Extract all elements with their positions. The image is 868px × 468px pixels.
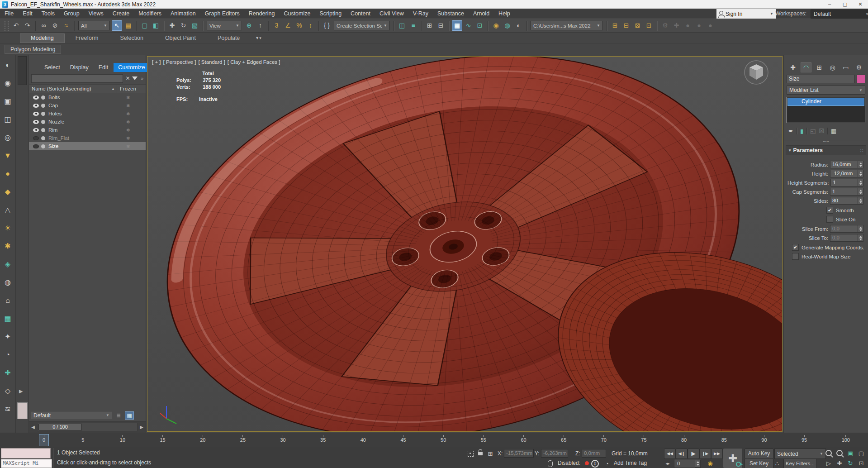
sides-spinner[interactable]: [858, 197, 863, 205]
menu-views[interactable]: Views: [84, 10, 108, 17]
snap-toggle-3d-icon[interactable]: 3: [271, 20, 282, 31]
viewport-general-menu[interactable]: [ + ]: [152, 59, 161, 65]
ribbon-tab-populate[interactable]: Populate: [207, 33, 251, 43]
time-tag-icon[interactable]: ◔: [602, 459, 612, 468]
selection-lock-icon[interactable]: [476, 448, 485, 457]
select-rotate-icon[interactable]: ↻: [178, 20, 189, 31]
degradation-count-badge[interactable]: 0: [591, 460, 599, 468]
name-column-header[interactable]: Name (Sorted Ascending): [32, 86, 91, 91]
clear-search-icon[interactable]: ✕: [125, 75, 130, 81]
curve-editor-icon[interactable]: ∿: [463, 20, 474, 31]
rectangular-selection-region-icon[interactable]: ▢: [139, 20, 150, 31]
mouse-input-icon[interactable]: [545, 459, 555, 468]
frozen-toggle-icon[interactable]: [126, 144, 130, 149]
select-by-name-icon[interactable]: ▤: [123, 20, 133, 31]
maxscript-mini-listener-output[interactable]: [1, 448, 51, 458]
add-time-tag-button[interactable]: Add Time Tag: [614, 460, 647, 466]
key-steps-icon[interactable]: ∴: [773, 459, 782, 468]
timeline-tick[interactable]: 5: [81, 435, 85, 443]
workspace-dropdown[interactable]: Default ▼: [811, 10, 868, 19]
left-toolbar-icon-10[interactable]: ☀: [2, 222, 14, 234]
slice-from-field[interactable]: 0,0: [830, 225, 858, 233]
menu-modifiers[interactable]: Modifiers: [134, 10, 166, 17]
project-folder-dropdown[interactable]: C:\Users\m...s Max 2022▼: [531, 21, 603, 30]
left-toolbar-icon-19[interactable]: ◇: [2, 385, 14, 397]
left-toolbar-icon-20[interactable]: ≋: [2, 403, 14, 415]
cap-segments-spinner[interactable]: [858, 188, 863, 196]
select-scale-icon[interactable]: ▧: [190, 20, 200, 31]
filter-funnel-icon[interactable]: [132, 76, 138, 83]
menu-help[interactable]: Help: [494, 10, 515, 17]
toggle-layer-explorer-icon[interactable]: ⊟: [436, 20, 446, 31]
display-tab-icon[interactable]: ▭: [840, 62, 851, 72]
minimize-button[interactable]: –: [822, 0, 837, 9]
object-name-field[interactable]: Size: [787, 75, 855, 83]
angle-snap-icon[interactable]: ∠: [283, 20, 293, 31]
height-field[interactable]: -12,0mm: [830, 170, 858, 177]
left-toolbar-icon-5[interactable]: ◎: [2, 132, 14, 143]
maximize-viewport-icon[interactable]: ⊡: [857, 458, 866, 468]
frozen-column-header[interactable]: Frozen: [120, 86, 136, 91]
align-icon[interactable]: ≡: [408, 20, 418, 31]
menu-rendering[interactable]: Rendering: [244, 10, 280, 17]
sides-field[interactable]: 80: [830, 197, 858, 205]
layer-manager-icon[interactable]: ≣: [114, 411, 123, 420]
ribbon-tab-selection[interactable]: Selection: [109, 33, 154, 43]
timeline-tick[interactable]: 10: [120, 435, 125, 443]
schematic-view-icon[interactable]: ⊡: [474, 20, 485, 31]
visibility-eye-icon[interactable]: [33, 96, 39, 100]
material-editor-icon[interactable]: ◉: [491, 20, 501, 31]
next-frame-button[interactable]: ▶: [138, 425, 145, 430]
timeline-tick[interactable]: 25: [240, 435, 246, 443]
menu-animation[interactable]: Animation: [166, 10, 200, 17]
height-segments-spinner[interactable]: [858, 179, 863, 186]
explorer-layout-4-icon[interactable]: ⊡: [644, 20, 654, 31]
redo-icon[interactable]: ↷: [22, 20, 33, 31]
visibility-eye-icon[interactable]: [33, 136, 39, 140]
menu-file[interactable]: File: [0, 10, 18, 17]
timeline-tick[interactable]: 55: [481, 435, 486, 443]
timeline-tick[interactable]: 30: [280, 435, 285, 443]
smooth-checkbox[interactable]: [826, 207, 833, 214]
selection-filter-dropdown[interactable]: All▼: [78, 21, 110, 30]
search-input[interactable]: [31, 74, 123, 83]
time-slider-handle[interactable]: 0 / 100: [38, 424, 82, 430]
window-crossing-icon[interactable]: ◧: [151, 20, 161, 31]
timeline-tick[interactable]: 85: [721, 435, 727, 443]
left-toolbar-icon-14[interactable]: ⌂: [2, 295, 14, 306]
perspective-viewport[interactable]: [ + ] [ Perspective ] [ Standard ] [ Cla…: [147, 56, 783, 432]
menu-civil-view[interactable]: Civil View: [375, 10, 408, 17]
frozen-toggle-icon[interactable]: [126, 103, 130, 108]
utilities-tab-icon[interactable]: ⚙: [854, 62, 864, 72]
ribbon-config-chevron-icon[interactable]: ▼▾: [255, 36, 261, 43]
timeline-tick[interactable]: 20: [200, 435, 205, 443]
stack-item-cylinder[interactable]: Cylinder: [787, 98, 864, 106]
slice-to-field[interactable]: 0,0: [830, 234, 858, 242]
timeline-tick[interactable]: 100: [842, 435, 850, 443]
polygon-modeling-panel-button[interactable]: Polygon Modeling: [5, 45, 61, 54]
panel-splitter[interactable]: •••••: [784, 140, 868, 143]
scene-object-nozzle[interactable]: Nozzle: [29, 118, 146, 126]
rendered-frame-window-icon[interactable]: ◐: [513, 20, 524, 31]
close-button[interactable]: ✕: [853, 0, 868, 9]
select-link-icon[interactable]: ∞: [38, 20, 49, 31]
sort-ascending-icon[interactable]: ▲: [111, 87, 115, 91]
ghost-icon-3[interactable]: ●: [705, 20, 716, 31]
show-end-result-icon[interactable]: ▮: [800, 128, 803, 134]
undo-icon[interactable]: ↶: [11, 20, 21, 31]
timeline-tick[interactable]: 15: [160, 435, 165, 443]
next-key-button[interactable]: ❙▶: [699, 449, 711, 459]
visibility-eye-icon[interactable]: [33, 120, 39, 124]
pan-hand-icon[interactable]: ✚: [835, 458, 844, 468]
menu-arnold[interactable]: Arnold: [469, 10, 494, 17]
track-bar[interactable]: 0510152025303540455055606570758085909510…: [0, 433, 868, 447]
slice-on-checkbox[interactable]: [826, 216, 833, 223]
viewport-layout-tab[interactable]: [18, 56, 27, 85]
key-filters-button[interactable]: Key Filters...: [783, 458, 817, 468]
key-mode-toggle-icon[interactable]: ◉: [706, 458, 715, 468]
visibility-eye-icon[interactable]: [33, 144, 39, 148]
visibility-eye-icon[interactable]: [33, 104, 39, 108]
ghost-icon-2[interactable]: ●: [694, 20, 704, 31]
timeline-tick[interactable]: 95: [802, 435, 807, 443]
modify-tab-icon[interactable]: ◠: [801, 62, 811, 72]
